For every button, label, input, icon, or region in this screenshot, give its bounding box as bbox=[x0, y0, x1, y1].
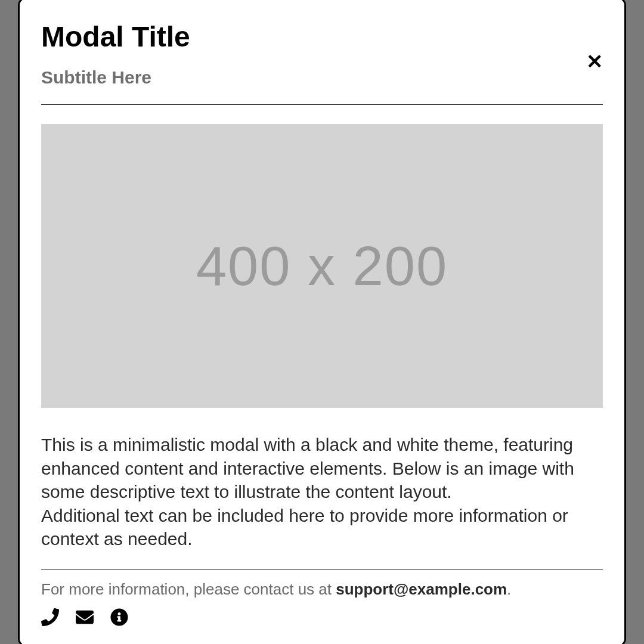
body-paragraph-1: This is a minimalistic modal with a blac… bbox=[41, 435, 574, 501]
placeholder-image-label: 400 x 200 bbox=[196, 235, 448, 298]
envelope-icon[interactable] bbox=[76, 608, 94, 628]
footer-suffix: . bbox=[507, 580, 511, 598]
footer-icon-row bbox=[41, 608, 603, 628]
modal-body: This is a minimalistic modal with a blac… bbox=[41, 433, 603, 551]
body-paragraph-2: Additional text can be included here to … bbox=[41, 506, 568, 549]
phone-icon[interactable] bbox=[41, 608, 59, 628]
footer-email: support@example.com bbox=[336, 580, 507, 598]
footer-prefix: For more information, please contact us … bbox=[41, 580, 336, 598]
modal-dialog: Modal Title Subtitle Here ✕ 400 x 200 Th… bbox=[18, 0, 626, 644]
modal-header: Modal Title Subtitle Here ✕ bbox=[41, 20, 603, 105]
modal-title: Modal Title bbox=[41, 20, 603, 53]
modal-footer: For more information, please contact us … bbox=[41, 569, 603, 628]
close-icon: ✕ bbox=[586, 50, 603, 73]
info-icon[interactable] bbox=[110, 608, 128, 628]
footer-text: For more information, please contact us … bbox=[41, 580, 603, 599]
modal-subtitle: Subtitle Here bbox=[41, 67, 603, 88]
placeholder-image: 400 x 200 bbox=[41, 124, 603, 408]
close-button[interactable]: ✕ bbox=[586, 51, 603, 72]
